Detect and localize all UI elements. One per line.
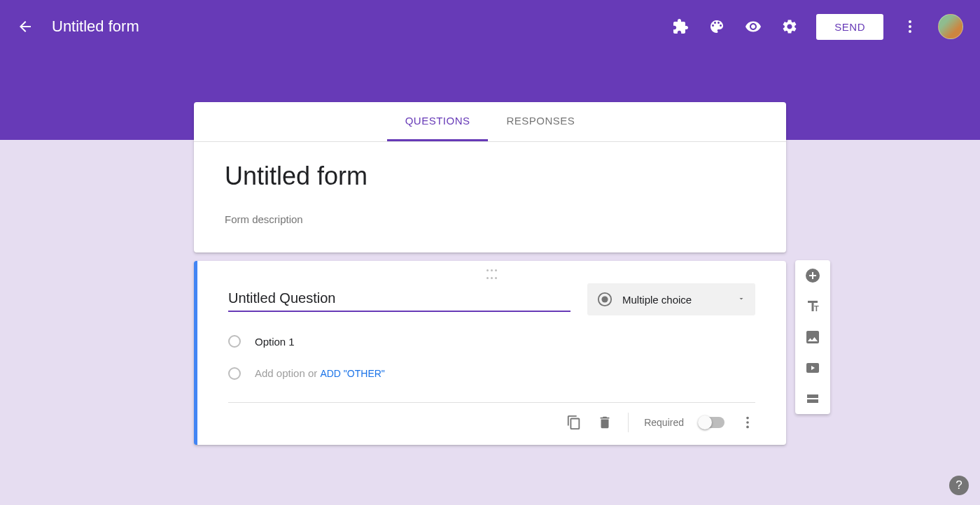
account-avatar[interactable] bbox=[938, 14, 963, 39]
divider bbox=[628, 413, 629, 432]
more-icon[interactable] bbox=[902, 18, 918, 35]
add-image-icon[interactable] bbox=[804, 329, 821, 346]
add-video-icon[interactable] bbox=[804, 360, 821, 376]
delete-icon[interactable] bbox=[597, 415, 612, 430]
required-toggle[interactable] bbox=[699, 417, 724, 428]
addons-icon[interactable] bbox=[672, 18, 689, 35]
svg-point-0 bbox=[909, 20, 911, 23]
svg-point-4 bbox=[601, 296, 608, 302]
svg-point-5 bbox=[746, 417, 749, 420]
tab-responses[interactable]: RESPONSES bbox=[488, 102, 593, 141]
duplicate-icon[interactable] bbox=[566, 415, 582, 430]
option-row[interactable]: Option 1 bbox=[228, 325, 755, 357]
question-type-label: Multiple choice bbox=[622, 294, 737, 306]
form-title-input[interactable] bbox=[225, 162, 755, 194]
preview-icon[interactable] bbox=[745, 18, 762, 35]
palette-icon[interactable] bbox=[708, 18, 725, 35]
question-title-input[interactable] bbox=[228, 287, 570, 312]
option-label[interactable]: Option 1 bbox=[255, 336, 295, 348]
radio-icon bbox=[228, 335, 241, 348]
svg-point-2 bbox=[909, 30, 911, 33]
add-section-icon[interactable] bbox=[804, 390, 821, 407]
svg-point-1 bbox=[909, 25, 911, 28]
add-title-icon[interactable]: T bbox=[804, 298, 821, 315]
add-other-link[interactable]: ADD "OTHER" bbox=[320, 368, 384, 379]
add-question-icon[interactable] bbox=[804, 267, 821, 284]
add-option-row[interactable]: Add option or ADD "OTHER" bbox=[228, 357, 755, 390]
question-more-icon[interactable] bbox=[740, 415, 755, 430]
form-description-input[interactable] bbox=[225, 213, 755, 225]
back-arrow-icon[interactable] bbox=[17, 18, 34, 35]
drag-handle-icon[interactable] bbox=[228, 268, 755, 276]
drag-handle-icon[interactable] bbox=[228, 277, 755, 283]
add-option-text[interactable]: Add option bbox=[255, 367, 305, 379]
svg-point-6 bbox=[746, 421, 749, 424]
radio-checked-icon bbox=[597, 292, 612, 307]
help-icon[interactable]: ? bbox=[949, 476, 969, 495]
tab-questions[interactable]: QUESTIONS bbox=[387, 102, 489, 141]
svg-rect-11 bbox=[807, 394, 818, 398]
required-label: Required bbox=[644, 417, 684, 428]
settings-icon[interactable] bbox=[781, 18, 798, 35]
header-title[interactable]: Untitled form bbox=[52, 17, 139, 36]
radio-icon bbox=[228, 367, 241, 380]
svg-text:T: T bbox=[814, 304, 819, 313]
send-button[interactable]: SEND bbox=[816, 14, 883, 40]
svg-point-7 bbox=[746, 426, 749, 429]
question-type-select[interactable]: Multiple choice bbox=[587, 283, 755, 315]
svg-rect-12 bbox=[807, 399, 818, 403]
dropdown-arrow-icon bbox=[737, 293, 746, 306]
side-toolbar: T bbox=[795, 260, 830, 414]
